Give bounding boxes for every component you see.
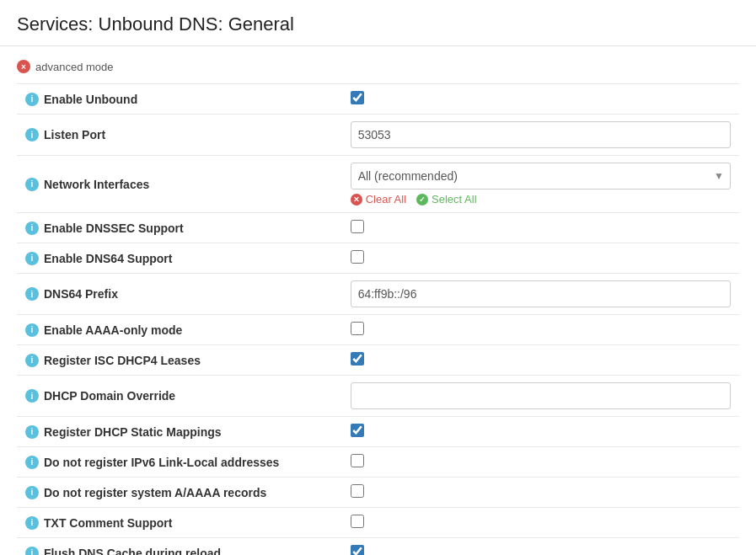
form-row-listen_port: i Listen Port (17, 115, 739, 156)
info-icon-no_register_ipv6: i (25, 456, 39, 469)
label-listen_port: Listen Port (44, 128, 105, 141)
form-row-txt_comment: i TXT Comment Support (17, 508, 739, 538)
form-row-dns64_prefix: i DNS64 Prefix (17, 274, 739, 315)
info-icon-no_register_system: i (25, 486, 39, 499)
form-row-register_dhcp4: i Register ISC DHCP4 Leases (17, 345, 739, 376)
x-icon: ✕ (351, 194, 362, 205)
check-icon: ✓ (416, 194, 428, 205)
advanced-mode-label: advanced mode (35, 61, 114, 73)
info-icon-enable_aaaa_only: i (25, 323, 39, 337)
info-icon-dhcp_domain_override: i (25, 389, 39, 403)
label-no_register_ipv6: Do not register IPv6 Link-Local addresse… (44, 456, 279, 469)
form-row-register_dhcp_static: i Register DHCP Static Mappings (17, 417, 739, 447)
checkbox-flush_dns_cache[interactable] (351, 545, 364, 555)
input-dns64_prefix[interactable] (351, 280, 731, 307)
info-icon-enable_dns64: i (25, 252, 39, 265)
form-row-network_interfaces: i Network Interfaces All (recommended)▼✕… (17, 156, 739, 213)
form-row-flush_dns_cache: i Flush DNS Cache during reload (17, 538, 739, 556)
input-listen_port[interactable] (351, 121, 731, 148)
select-all-label: Select All (432, 193, 476, 205)
label-enable_dns64: Enable DNS64 Support (44, 252, 172, 265)
checkbox-enable_unbound[interactable] (351, 91, 364, 104)
info-icon-dns64_prefix: i (25, 287, 39, 301)
info-icon-flush_dns_cache: i (25, 547, 39, 556)
checkbox-register_dhcp_static[interactable] (351, 424, 364, 437)
select-all-button[interactable]: ✓Select All (416, 193, 476, 205)
checkbox-enable_dns64[interactable] (351, 250, 364, 264)
select-network_interfaces[interactable]: All (recommended) (351, 163, 731, 189)
checkbox-enable_aaaa_only[interactable] (351, 322, 364, 335)
content-area: × advanced mode i Enable Unbound i Liste… (0, 46, 756, 555)
clear-all-button[interactable]: ✕Clear All (351, 193, 406, 205)
label-dns64_prefix: DNS64 Prefix (44, 287, 118, 301)
page-title: Services: Unbound DNS: General (17, 13, 739, 35)
checkbox-txt_comment[interactable] (351, 515, 364, 528)
label-enable_dnssec: Enable DNSSEC Support (44, 221, 184, 235)
label-enable_unbound: Enable Unbound (44, 93, 137, 106)
label-txt_comment: TXT Comment Support (44, 516, 172, 530)
form-row-no_register_system: i Do not register system A/AAAA records (17, 478, 739, 508)
form-row-no_register_ipv6: i Do not register IPv6 Link-Local addres… (17, 447, 739, 478)
info-icon-txt_comment: i (25, 516, 39, 530)
checkbox-register_dhcp4[interactable] (351, 352, 364, 366)
form-row-enable_dns64: i Enable DNS64 Support (17, 243, 739, 274)
advanced-mode-icon: × (17, 60, 30, 73)
input-dhcp_domain_override[interactable] (351, 382, 731, 409)
form-row-enable_aaaa_only: i Enable AAAA-only mode (17, 315, 739, 345)
label-register_dhcp4: Register ISC DHCP4 Leases (44, 354, 201, 367)
form-row-enable_dnssec: i Enable DNSSEC Support (17, 213, 739, 243)
label-no_register_system: Do not register system A/AAAA records (44, 486, 266, 499)
checkbox-no_register_ipv6[interactable] (351, 454, 364, 467)
clear-all-label: Clear All (366, 193, 406, 205)
label-enable_aaaa_only: Enable AAAA-only mode (44, 323, 182, 337)
checkbox-no_register_system[interactable] (351, 484, 364, 498)
checkbox-enable_dnssec[interactable] (351, 220, 364, 233)
label-register_dhcp_static: Register DHCP Static Mappings (44, 425, 222, 439)
page-header: Services: Unbound DNS: General (0, 0, 756, 46)
label-network_interfaces: Network Interfaces (44, 178, 149, 191)
info-icon-enable_unbound: i (25, 93, 39, 106)
advanced-mode-bar[interactable]: × advanced mode (17, 60, 739, 73)
info-icon-register_dhcp_static: i (25, 425, 39, 439)
info-icon-listen_port: i (25, 128, 39, 141)
label-flush_dns_cache: Flush DNS Cache during reload (44, 547, 221, 556)
info-icon-enable_dnssec: i (25, 221, 39, 235)
info-icon-network_interfaces: i (25, 178, 39, 191)
settings-form: i Enable Unbound i Listen Port i Network… (17, 83, 739, 555)
label-dhcp_domain_override: DHCP Domain Override (44, 389, 175, 403)
form-row-enable_unbound: i Enable Unbound (17, 84, 739, 115)
info-icon-register_dhcp4: i (25, 354, 39, 367)
form-row-dhcp_domain_override: i DHCP Domain Override (17, 376, 739, 417)
